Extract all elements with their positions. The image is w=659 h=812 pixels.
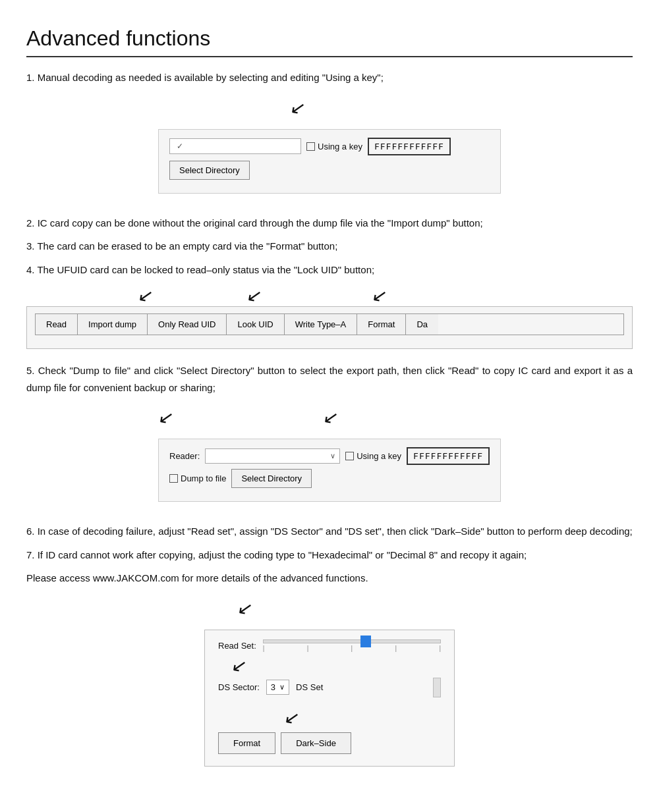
format-button-2[interactable]: Format xyxy=(218,732,275,754)
arrow-icon-4: ↙ xyxy=(370,284,388,308)
arrow-icon-3: ↙ xyxy=(244,284,263,308)
key-value-input-2[interactable]: FFFFFFFFFFFF xyxy=(407,447,490,465)
slider-thumb[interactable] xyxy=(360,636,371,647)
point-7: 7. If ID card cannot work after copying,… xyxy=(26,547,633,564)
diagram-3: Reader: ∨ Using a key FFFFFFFFFFFF Dump … xyxy=(158,439,501,502)
checkbox-icon-3 xyxy=(169,474,178,483)
checkbox-icon-2 xyxy=(345,452,354,460)
arrow-icon-2: ↙ xyxy=(136,284,154,308)
dump-to-file-check[interactable]: Dump to file xyxy=(169,474,226,483)
key-select[interactable]: ✓ xyxy=(169,138,301,154)
dark-side-button[interactable]: Dark–Side xyxy=(281,732,351,754)
diagram-4: Read Set: ||||| ↙ DS Sector: 3 xyxy=(204,630,455,767)
key-value-input[interactable]: FFFFFFFFFFFF xyxy=(368,138,451,155)
look-uid-button[interactable]: Look UID xyxy=(227,314,284,335)
point-3: 3. The card can be erased to be an empty… xyxy=(26,238,633,255)
arrow-icon-5: ↙ xyxy=(156,405,175,429)
point-4: 4. The UFUID card can be locked to read–… xyxy=(26,261,633,279)
import-dump-button[interactable]: Import dump xyxy=(78,314,148,335)
only-read-uid-button[interactable]: Only Read UID xyxy=(148,314,227,335)
arrow-icon-6: ↙ xyxy=(321,405,339,429)
select-directory-button-2[interactable]: Select Directory xyxy=(231,469,312,488)
action-buttons: Read Import dump Only Read UID Look UID … xyxy=(35,313,624,335)
ds-dropdown-icon: ∨ xyxy=(279,683,285,691)
ds-sector-select[interactable]: 3 ∨ xyxy=(266,680,289,695)
point-2: 2. IC card copy can be done without the … xyxy=(26,215,633,232)
checkmark-icon: ✓ xyxy=(177,142,183,151)
read-button[interactable]: Read xyxy=(36,314,78,335)
read-set-slider-track[interactable] xyxy=(263,639,441,643)
point-6: 6. In case of decoding failure, adjust "… xyxy=(26,523,633,540)
using-key-label: Using a key xyxy=(306,142,362,151)
diagram-2: Read Import dump Only Read UID Look UID … xyxy=(26,306,633,349)
select-directory-button[interactable]: Select Directory xyxy=(169,161,250,180)
point-1: 1. Manual decoding as needed is availabl… xyxy=(26,69,633,86)
bottom-buttons: Format Dark–Side xyxy=(218,732,441,754)
ds-sector-label: DS Sector: xyxy=(218,682,260,692)
read-set-label: Read Set: xyxy=(218,641,256,651)
arrow-icon-8: ↙ xyxy=(229,653,248,677)
da-button[interactable]: Da xyxy=(406,314,438,335)
format-button[interactable]: Format xyxy=(357,314,406,335)
arrow-icon-7: ↙ xyxy=(235,596,254,620)
arrow-icon-9: ↙ xyxy=(282,705,301,729)
diagram-1: ✓ Using a key FFFFFFFFFFFF Select Direct… xyxy=(158,129,501,194)
dropdown-arrow-icon: ∨ xyxy=(330,452,335,460)
point-5: 5. Check "Dump to file" and click "Selec… xyxy=(26,362,633,396)
scrollbar[interactable] xyxy=(433,678,441,697)
reader-select[interactable]: ∨ xyxy=(205,448,340,464)
checkbox-icon xyxy=(306,142,315,151)
ds-set-label: DS Set xyxy=(296,682,426,692)
reader-label: Reader: xyxy=(169,451,200,461)
using-key-label-2: Using a key xyxy=(345,451,401,461)
write-type-a-button[interactable]: Write Type–A xyxy=(285,314,358,335)
page-title: Advanced functions xyxy=(26,26,633,57)
arrow-icon-1: ↙ xyxy=(288,95,306,119)
point-note: Please access www.JAKCOM.com for more de… xyxy=(26,570,633,587)
